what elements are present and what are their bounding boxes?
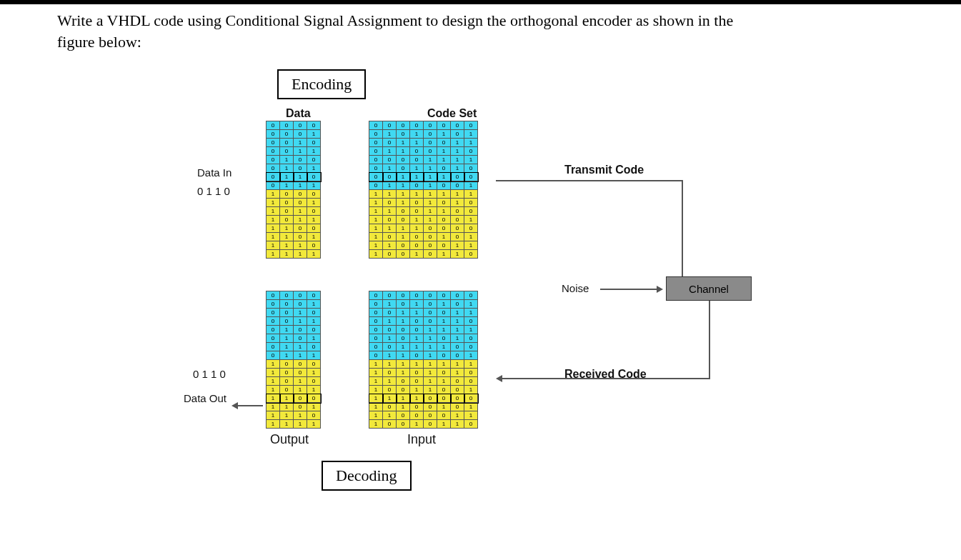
table-cell: 1 [437, 343, 451, 351]
table-row: 00000000 [369, 291, 478, 300]
table-cell: 0 [424, 291, 437, 300]
table-cell: 1 [424, 360, 437, 369]
table-cell: 1 [383, 351, 397, 360]
table-cell: 1 [383, 190, 397, 199]
table-row: 0111 [267, 351, 321, 360]
table-cell: 0 [451, 394, 464, 403]
table-row: 0100 [267, 156, 321, 164]
table-cell: 0 [307, 394, 321, 403]
table-cell: 0 [307, 291, 321, 300]
table-cell: 1 [294, 309, 307, 317]
table-cell: 1 [369, 216, 383, 224]
table-row: 01100110 [369, 147, 478, 156]
table-cell: 0 [383, 386, 397, 394]
table-row: 11001100 [369, 377, 478, 386]
table-cell: 1 [280, 233, 294, 241]
table-row: 0010 [267, 139, 321, 147]
table-cell: 1 [267, 386, 280, 394]
table-cell: 1 [369, 403, 383, 411]
table-row: 0011 [267, 147, 321, 156]
table-row: 1100 [267, 394, 321, 403]
table-cell: 1 [437, 403, 451, 411]
table-cell: 1 [307, 300, 321, 309]
table-cell: 1 [383, 334, 397, 343]
table-cell: 1 [410, 224, 424, 233]
data-out-value: 0 1 1 0 [193, 368, 226, 380]
table-cell: 0 [369, 300, 383, 309]
table-cell: 1 [280, 411, 294, 420]
table-cell: 1 [294, 317, 307, 326]
table-row: 10011001 [369, 216, 478, 224]
table-cell: 0 [280, 190, 294, 199]
table-cell: 0 [410, 403, 424, 411]
table-cell: 1 [410, 334, 424, 343]
table-row: 11110000 [369, 224, 478, 233]
table-cell: 1 [383, 241, 397, 250]
table-cell: 0 [294, 190, 307, 199]
table-cell: 0 [451, 377, 464, 386]
table-cell: 0 [369, 147, 383, 156]
transmit-line-h1 [496, 180, 682, 181]
table-cell: 1 [294, 420, 307, 429]
table-cell: 0 [451, 181, 464, 190]
noise-label: Noise [562, 282, 589, 294]
table-cell: 0 [267, 351, 280, 360]
table-cell: 0 [424, 224, 437, 233]
table-row: 01101001 [369, 181, 478, 190]
table-row: 1111 [267, 420, 321, 429]
table-cell: 1 [397, 233, 410, 241]
table-cell: 1 [410, 190, 424, 199]
table-cell: 0 [397, 216, 410, 224]
encoding-label-box: Encoding [277, 69, 366, 99]
table-cell: 1 [369, 377, 383, 386]
table-cell: 1 [464, 130, 478, 139]
table-cell: 1 [424, 343, 437, 351]
table-cell: 1 [464, 411, 478, 420]
table-row: 01101001 [369, 351, 478, 360]
table-cell: 1 [383, 164, 397, 173]
table-cell: 0 [369, 343, 383, 351]
table-row: 1011 [267, 386, 321, 394]
channel-label: Channel [689, 283, 729, 295]
table-row: 10011001 [369, 386, 478, 394]
table-row: 00110011 [369, 309, 478, 317]
table-cell: 0 [397, 130, 410, 139]
table-cell: 0 [280, 317, 294, 326]
table-cell: 0 [383, 291, 397, 300]
table-row: 10101010 [369, 369, 478, 377]
table-cell: 1 [424, 216, 437, 224]
output-label: Output [270, 432, 309, 447]
table-cell: 1 [307, 147, 321, 156]
table-cell: 1 [437, 377, 451, 386]
table-cell: 0 [410, 233, 424, 241]
table-cell: 1 [294, 241, 307, 250]
table-cell: 0 [307, 343, 321, 351]
table-cell: 1 [383, 224, 397, 233]
table-cell: 0 [437, 334, 451, 343]
table-cell: 1 [464, 326, 478, 334]
table-cell: 1 [383, 360, 397, 369]
table-cell: 1 [451, 190, 464, 199]
table-cell: 0 [410, 351, 424, 360]
table-cell: 1 [437, 360, 451, 369]
received-code-label: Received Code [564, 368, 647, 381]
table-cell: 0 [383, 216, 397, 224]
table-cell: 0 [424, 420, 437, 429]
encoding-label: Encoding [292, 75, 352, 93]
table-cell: 1 [280, 334, 294, 343]
table-cell: 0 [294, 130, 307, 139]
table-cell: 0 [410, 121, 424, 130]
table-row: 01011010 [369, 164, 478, 173]
table-cell: 1 [307, 317, 321, 326]
table-cell: 1 [267, 233, 280, 241]
table-cell: 1 [307, 164, 321, 173]
table-cell: 0 [307, 139, 321, 147]
table-cell: 1 [307, 386, 321, 394]
table-row: 1100 [267, 224, 321, 233]
table-cell: 1 [464, 233, 478, 241]
question-line2: figure below: [57, 33, 141, 51]
table-cell: 0 [307, 241, 321, 250]
table-cell: 0 [410, 147, 424, 156]
table-cell: 1 [424, 351, 437, 360]
table-cell: 0 [369, 181, 383, 190]
